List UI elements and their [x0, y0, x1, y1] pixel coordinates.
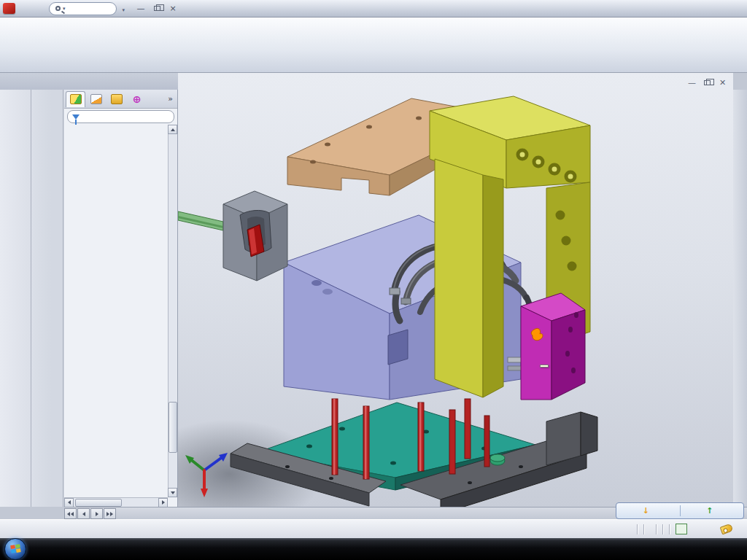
left-toolbars — [0, 90, 64, 507]
command-manager — [0, 18, 747, 73]
feature-tree — [64, 125, 168, 497]
search-icon — [55, 6, 61, 11]
start-button[interactable] — [4, 538, 26, 560]
graphics-viewport[interactable]: — ✕ — [178, 73, 733, 507]
first-tab-button[interactable] — [64, 508, 77, 519]
doc-restore-button[interactable] — [701, 77, 713, 88]
search-input[interactable] — [68, 4, 110, 13]
document-window-controls: — ✕ — [686, 77, 729, 88]
feature-manager-tab[interactable] — [66, 91, 85, 107]
model-canvas[interactable] — [178, 73, 733, 507]
windows-taskbar — [0, 538, 747, 560]
dimxpert-manager-tab[interactable]: ⊕ — [127, 91, 147, 107]
doc-close-button[interactable]: ✕ — [716, 77, 729, 88]
scroll-right-button[interactable] — [158, 498, 168, 508]
panel-tabs: ⊕ » — [64, 90, 177, 109]
status-bar — [0, 519, 747, 538]
orientation-triad — [185, 453, 228, 497]
prev-tab-button[interactable] — [77, 508, 90, 519]
scrollbar-thumb[interactable] — [169, 402, 177, 453]
feature-tooltip — [540, 365, 549, 368]
model-insert-rod[interactable] — [178, 211, 223, 230]
title-bar: ▾ ▾ — × — [0, 0, 747, 18]
filter-funnel-icon — [72, 114, 80, 120]
upload-arrow-icon: ↑ — [706, 506, 713, 516]
feature-manager-icon — [70, 94, 82, 104]
tree-filter-input[interactable] — [67, 110, 174, 123]
property-manager-tab[interactable] — [86, 91, 106, 107]
configuration-manager-tab[interactable] — [107, 91, 126, 107]
scroll-up-button[interactable] — [168, 125, 177, 134]
filter-row — [64, 109, 177, 125]
configuration-manager-icon — [111, 94, 123, 104]
tree-horizontal-scrollbar[interactable] — [64, 497, 168, 507]
scroll-left-button[interactable] — [64, 498, 74, 508]
network-speed-widget[interactable]: ↓ ↑ — [616, 502, 744, 519]
scrollbar-thumb[interactable] — [75, 499, 122, 507]
solidworks-logo-icon — [3, 3, 15, 14]
status-help-icon[interactable] — [676, 524, 687, 534]
restore-button[interactable] — [150, 3, 164, 15]
doc-minimize-button[interactable]: — — [686, 77, 698, 88]
dimxpert-manager-icon: ⊕ — [131, 94, 143, 104]
search-box[interactable]: ▾ — [49, 2, 117, 15]
tag-icon[interactable] — [720, 524, 734, 535]
property-manager-icon — [90, 94, 102, 104]
tree-vertical-scrollbar[interactable] — [168, 125, 177, 497]
features-toolbar — [0, 90, 31, 507]
scroll-down-button[interactable] — [168, 488, 177, 497]
search-dropdown-icon[interactable]: ▾ — [63, 6, 66, 12]
surfaces-toolbar — [32, 90, 63, 507]
help-button[interactable]: ▾ — [120, 4, 128, 14]
minimize-button[interactable]: — — [133, 3, 148, 15]
panel-tabs-overflow[interactable]: » — [165, 94, 176, 104]
task-pane-strip — [733, 90, 747, 507]
feature-manager-panel: ⊕ » — [64, 90, 178, 507]
last-tab-button[interactable] — [104, 508, 116, 519]
model-mold-insert[interactable] — [223, 191, 287, 281]
next-tab-button[interactable] — [90, 508, 103, 519]
model-side-core-block[interactable] — [521, 293, 585, 400]
close-button[interactable]: × — [166, 3, 180, 15]
windows-logo-icon — [10, 544, 21, 554]
download-arrow-icon: ↓ — [643, 506, 649, 516]
